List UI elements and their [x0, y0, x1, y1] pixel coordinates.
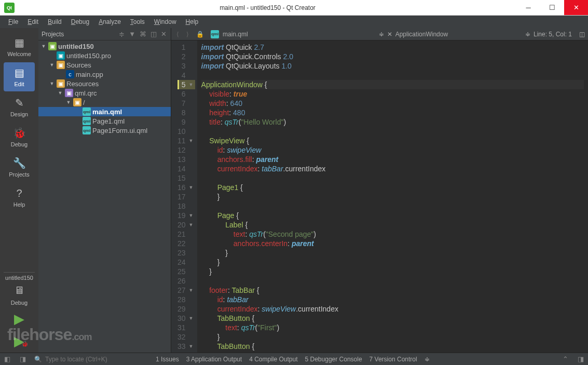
open-file-selector[interactable]: qmlmain.qml	[209, 30, 248, 38]
close-button[interactable]: ✕	[564, 0, 588, 15]
split-editor-icon[interactable]: ◫	[579, 31, 585, 38]
mode-selector: ▦Welcome ▤Edit ✎Design 🐞Debug 🔧Projects …	[0, 28, 38, 353]
toggle-right-sidebar-icon[interactable]: ◨	[19, 355, 27, 363]
tree-project-root[interactable]: ▼▣untitled150	[38, 42, 171, 51]
folder-icon: ▣	[57, 61, 65, 69]
qml-file-icon: qml	[83, 126, 91, 134]
tree-resources-folder[interactable]: ▼▣Resources	[38, 79, 171, 88]
current-file-label: main.qml	[223, 31, 248, 38]
mode-help[interactable]: ?Help	[4, 183, 35, 212]
symbol-selector[interactable]: ApplicationWindow	[395, 31, 448, 38]
run-button[interactable]: ▶	[14, 311, 24, 327]
kit-selector[interactable]: untitled150 🖥 Debug	[4, 272, 35, 308]
output-pane-version-control[interactable]: 7 Version Control	[370, 356, 417, 363]
toggle-sidebar-icon[interactable]: ◧	[3, 355, 11, 363]
mode-label: Debug	[11, 141, 28, 147]
tree-label: untitled150.pro	[66, 52, 111, 60]
output-pane-debugger-console[interactable]: 5 Debugger Console	[305, 356, 362, 363]
sidebar-header: Projects ≑ ▼ ⌘ ◫ ✕	[38, 28, 171, 40]
output-selector-icon[interactable]: ≑	[425, 356, 430, 363]
code-content[interactable]: import QtQuick 2.7import QtQuick.Control…	[197, 40, 588, 353]
mode-welcome[interactable]: ▦Welcome	[4, 32, 35, 61]
folder-icon: ▣	[73, 98, 81, 106]
tree-label: untitled150	[58, 43, 94, 50]
maximize-button[interactable]: ☐	[540, 0, 564, 15]
window-title: main.qml - untitled150 - Qt Creator	[19, 4, 516, 11]
mode-debug[interactable]: 🐞Debug	[4, 123, 35, 152]
debug-run-button[interactable]: ▶🐞	[14, 333, 24, 349]
tree-pro-file[interactable]: ▣untitled150.pro	[38, 51, 171, 60]
nav-forward-button[interactable]: ⟩	[184, 31, 191, 38]
mode-label: Projects	[9, 171, 30, 178]
mode-edit[interactable]: ▤Edit	[4, 62, 35, 91]
sidebar-panel-select[interactable]: Projects	[42, 31, 116, 38]
chevron-icon[interactable]: ≑	[118, 30, 126, 38]
sidebar: Projects ≑ ▼ ⌘ ◫ ✕ ▼▣untitled150 ▣untitl…	[38, 28, 171, 353]
kit-name: untitled150	[4, 275, 35, 281]
editor-area: ⟨ ⟩ 🔒 qmlmain.qml ≑ ✕ ApplicationWindow …	[171, 28, 588, 353]
qml-file-icon: qml	[83, 107, 91, 116]
locator-input[interactable]	[45, 356, 139, 363]
split-icon[interactable]: ◫	[149, 30, 158, 38]
menu-file[interactable]: File	[4, 17, 22, 27]
mode-projects[interactable]: 🔧Projects	[4, 153, 35, 182]
qml-file-icon: qml	[83, 117, 91, 125]
tree-prefix-folder[interactable]: ▼▣/	[38, 98, 171, 107]
nav-back-button[interactable]: ⟨	[174, 31, 181, 38]
qrc-file-icon: ▣	[65, 89, 73, 97]
bug-icon: 🐞	[12, 126, 26, 140]
mode-design[interactable]: ✎Design	[4, 92, 35, 121]
filter-icon[interactable]: ▼	[128, 30, 136, 38]
help-icon: ?	[12, 186, 26, 200]
tree-label: Page1.qml	[92, 117, 125, 125]
pro-file-icon: ▣	[57, 51, 65, 60]
menu-debug[interactable]: Debug	[67, 17, 93, 27]
close-panel-icon[interactable]: ✕	[160, 30, 168, 38]
edit-icon: ▤	[12, 65, 26, 80]
tree-label: main.cpp	[76, 71, 103, 78]
tree-page1-qml[interactable]: qmlPage1.qml	[38, 116, 171, 126]
window-titlebar: Qt main.qml - untitled150 - Qt Creator ─…	[0, 0, 588, 16]
menu-tools[interactable]: Tools	[126, 17, 149, 27]
mode-label: Design	[10, 111, 28, 117]
minimize-button[interactable]: ─	[516, 0, 540, 15]
app-icon: Qt	[4, 3, 15, 13]
menu-build[interactable]: Build	[44, 17, 66, 27]
lock-icon[interactable]: 🔒	[194, 31, 206, 38]
close-output-icon[interactable]: ⌃	[562, 355, 569, 363]
tree-page1form-qml[interactable]: qmlPage1Form.ui.qml	[38, 126, 171, 135]
menu-edit[interactable]: Edit	[23, 17, 43, 27]
line-gutter[interactable]: 12345▼67891011▼1213141516▼171819▼20▼2122…	[171, 40, 197, 353]
mode-label: Edit	[15, 81, 24, 87]
tree-main-qml[interactable]: qmlmain.qml	[38, 107, 171, 116]
cpp-file-icon: c	[66, 70, 74, 78]
cursor-position[interactable]: Line: 5, Col: 1	[534, 31, 572, 38]
close-editor-button[interactable]: ✕	[387, 31, 392, 38]
output-pane-compile-output[interactable]: 4 Compile Output	[249, 356, 297, 363]
tree-qrc-file[interactable]: ▼▣qml.qrc	[38, 88, 171, 98]
menu-help[interactable]: Help	[182, 17, 203, 27]
folder-icon: ▣	[57, 79, 65, 88]
menu-analyze[interactable]: Analyze	[94, 17, 125, 27]
search-icon: 🔍	[34, 356, 42, 363]
project-icon: ▣	[48, 42, 57, 50]
symbol-menu-icon[interactable]: ≑	[525, 31, 530, 38]
toggle-output-icon[interactable]: ◨	[577, 355, 585, 363]
tree-label: /	[83, 99, 85, 106]
tree-sources-folder[interactable]: ▼▣Sources	[38, 60, 171, 70]
kit-config: Debug	[4, 300, 35, 306]
qml-file-icon: qml	[211, 30, 219, 38]
statusbar: ◧ ◨ 🔍 1 Issues 3 Application Output 4 Co…	[0, 353, 588, 365]
output-pane-app-output[interactable]: 3 Application Output	[186, 356, 242, 363]
file-menu-icon[interactable]: ≑	[379, 31, 384, 38]
tree-label: Sources	[66, 61, 91, 69]
link-icon[interactable]: ⌘	[139, 30, 147, 38]
tree-label: Resources	[66, 80, 99, 88]
output-pane-issues[interactable]: 1 Issues	[156, 356, 179, 363]
menu-window[interactable]: Window	[150, 17, 181, 27]
project-tree: ▼▣untitled150 ▣untitled150.pro ▼▣Sources…	[38, 40, 171, 353]
tree-main-cpp[interactable]: cmain.cpp	[38, 70, 171, 79]
locator[interactable]: 🔍	[34, 356, 148, 363]
code-editor[interactable]: 12345▼67891011▼1213141516▼171819▼20▼2122…	[171, 40, 588, 353]
pencil-icon: ✎	[12, 96, 26, 110]
